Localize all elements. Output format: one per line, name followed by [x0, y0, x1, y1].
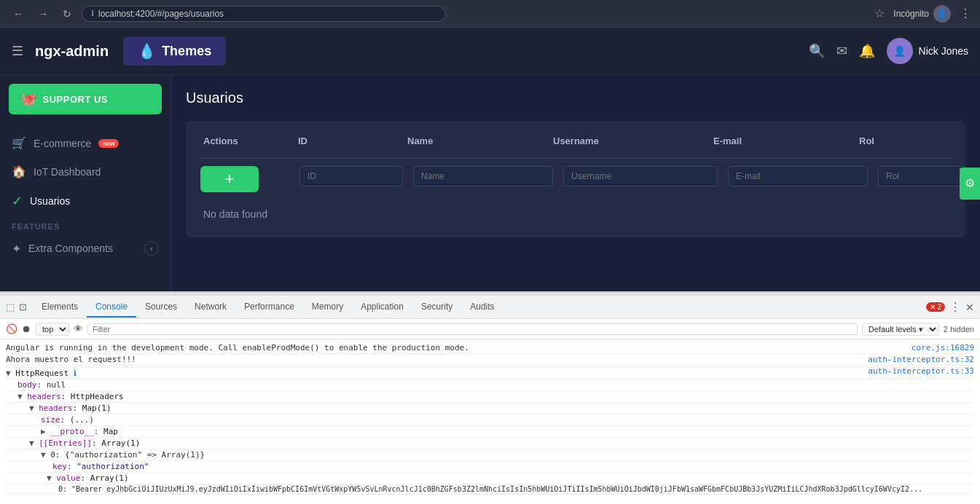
expand-arrow[interactable]: ▼	[17, 392, 23, 401]
tab-security[interactable]: Security	[412, 297, 461, 318]
col-email: E-mail	[707, 133, 853, 149]
sidebar-item-label: Usuarios	[30, 195, 70, 207]
devtools-side-icons: ⬚ ⊡	[6, 302, 27, 312]
themes-icon: 💧	[138, 42, 156, 60]
console-value: HttpHeaders	[71, 392, 124, 401]
sidebar-item-extra[interactable]: ✦ Extra Components ‹	[0, 234, 170, 263]
console-text: HttpRequest	[15, 369, 73, 378]
devtools-menu-dots[interactable]: ⋮	[949, 300, 961, 314]
mail-button[interactable]: ✉	[836, 43, 847, 59]
devtools-close-button[interactable]: ✕	[965, 302, 974, 313]
navbar-right: 🔍 ✉ 🔔 👤 Nick Jones	[809, 38, 968, 64]
email-filter-cell	[725, 165, 871, 194]
ecommerce-icon: 🛒	[12, 136, 26, 150]
console-line: 0: "Bearer eyJhbGciOiJIUzUxMiJ9.eyJzdWIi…	[6, 484, 974, 495]
expand-arrow[interactable]: ▼	[47, 473, 52, 483]
expand-arrow[interactable]: ▼	[41, 450, 46, 460]
browser-right-controls: ☆ Incógnito 👤 ⋮	[874, 5, 971, 23]
expand-arrow[interactable]: ▼	[6, 369, 11, 378]
notifications-button[interactable]: 🔔	[859, 43, 875, 59]
console-key: headers	[39, 403, 72, 413]
forward-button[interactable]: →	[34, 7, 52, 21]
collapse-button[interactable]: ‹	[144, 241, 159, 256]
name-filter-input[interactable]	[413, 166, 553, 186]
console-value: Map(1)	[82, 403, 111, 413]
sidebar-item-ecommerce[interactable]: 🛒 E-commerce new	[0, 129, 170, 157]
expand-arrow[interactable]: ▶	[41, 427, 46, 436]
info-icon: ℹ	[91, 9, 94, 18]
error-badge: ✕ 2	[926, 302, 945, 312]
console-key: value	[56, 473, 80, 483]
incognito-avatar: 👤	[933, 5, 951, 23]
expand-arrow[interactable]: ▼	[29, 403, 34, 413]
id-filter-input[interactable]	[299, 166, 403, 186]
console-line: ▼ HttpRequest ℹ	[6, 368, 974, 379]
console-link-2[interactable]: auth-interceptor.ts:32	[868, 355, 974, 364]
content-area: Usuarios Actions ID Name Username E-mail…	[171, 75, 980, 291]
main-layout: 🐙 SUPPORT US 🛒 E-commerce new 🏠 IoT Dash…	[0, 75, 980, 291]
settings-gear-button[interactable]: ⚙	[960, 168, 980, 200]
devtools-panel: ⬚ ⊡ Elements Console Sources Network Per…	[0, 291, 980, 504]
console-line: body: null	[6, 379, 974, 391]
support-button[interactable]: 🐙 SUPPORT US	[9, 84, 162, 114]
log-level-selector[interactable]: Default levels ▾	[862, 323, 939, 336]
expand-arrow[interactable]: ▼	[29, 438, 34, 448]
user-avatar: 👤	[887, 38, 913, 64]
iot-icon: 🏠	[12, 165, 26, 178]
console-value: "authorization"	[77, 462, 149, 471]
add-record-button[interactable]: +	[200, 166, 259, 192]
themes-button[interactable]: 💧 Themes	[123, 36, 226, 66]
inspect-element-icon[interactable]: ⬚	[6, 302, 15, 312]
star-icon[interactable]: ☆	[874, 7, 885, 20]
devtools-right-controls: ✕ 2 ⋮ ✕	[926, 300, 974, 314]
tab-memory[interactable]: Memory	[303, 297, 352, 318]
browser-menu-dots[interactable]: ⋮	[960, 7, 971, 20]
github-icon: 🐙	[20, 91, 37, 107]
incognito-indicator: Incógnito 👤	[893, 5, 951, 23]
clear-console-button[interactable]: 🚫	[6, 323, 17, 334]
usuarios-table: Actions ID Name Username E-mail Rol +	[186, 121, 965, 237]
tab-audits[interactable]: Audits	[461, 297, 503, 318]
console-value: Map	[103, 427, 118, 436]
user-menu[interactable]: 👤 Nick Jones	[887, 38, 968, 64]
tab-console[interactable]: Console	[87, 297, 136, 318]
console-filter-input[interactable]	[87, 323, 858, 335]
tab-elements[interactable]: Elements	[33, 297, 87, 318]
refresh-button[interactable]: ↻	[58, 7, 76, 21]
device-toolbar-icon[interactable]: ⊡	[19, 302, 27, 312]
sidebar-item-label: E-commerce	[34, 138, 91, 149]
email-filter-input[interactable]	[728, 166, 868, 186]
console-key: size	[41, 415, 60, 425]
console-line: key: "authorization"	[6, 461, 974, 473]
username-filter-input[interactable]	[563, 166, 718, 186]
user-name: Nick Jones	[919, 45, 968, 57]
sidebar-item-usuarios[interactable]: ✓ Usuarios	[0, 186, 170, 216]
incognito-label: Incógnito	[893, 9, 929, 19]
tab-application[interactable]: Application	[352, 297, 412, 318]
console-text: 0: {"authorization" => Array(1)}	[50, 450, 205, 460]
console-link-3[interactable]: auth-interceptor.ts:33	[868, 366, 974, 376]
show-hide-button[interactable]: 👁	[74, 323, 83, 334]
stop-recording-button[interactable]: ⏺	[22, 323, 31, 334]
console-line: ▼ [[Entries]]: Array(1)	[6, 438, 974, 449]
col-name: Name	[401, 133, 547, 149]
url-bar[interactable]: ℹ localhost:4200/#/pages/usuarios	[82, 6, 446, 22]
col-rol: Rol	[853, 133, 965, 149]
back-button[interactable]: ←	[9, 7, 28, 21]
console-toolbar: 🚫 ⏺ top 👁 Default levels ▾ 2 hidden	[0, 319, 980, 339]
search-button[interactable]: 🔍	[809, 43, 825, 59]
tab-performance[interactable]: Performance	[235, 297, 303, 318]
hamburger-button[interactable]: ☰	[12, 43, 23, 59]
name-filter-cell	[410, 165, 556, 194]
console-link-1[interactable]: core.js:16829	[912, 343, 974, 353]
table-filter-row: +	[197, 165, 954, 194]
features-section-label: FEATURES	[0, 216, 170, 234]
context-selector[interactable]: top	[36, 323, 69, 336]
sidebar-item-iot[interactable]: 🏠 IoT Dashboard	[0, 157, 170, 186]
col-username: Username	[547, 133, 707, 149]
no-data-message: No data found	[197, 202, 954, 226]
tab-network[interactable]: Network	[186, 297, 235, 318]
browser-bar: ← → ↻ ℹ localhost:4200/#/pages/usuarios …	[0, 0, 980, 28]
rol-filter-input[interactable]	[878, 166, 965, 186]
tab-sources[interactable]: Sources	[136, 297, 186, 318]
